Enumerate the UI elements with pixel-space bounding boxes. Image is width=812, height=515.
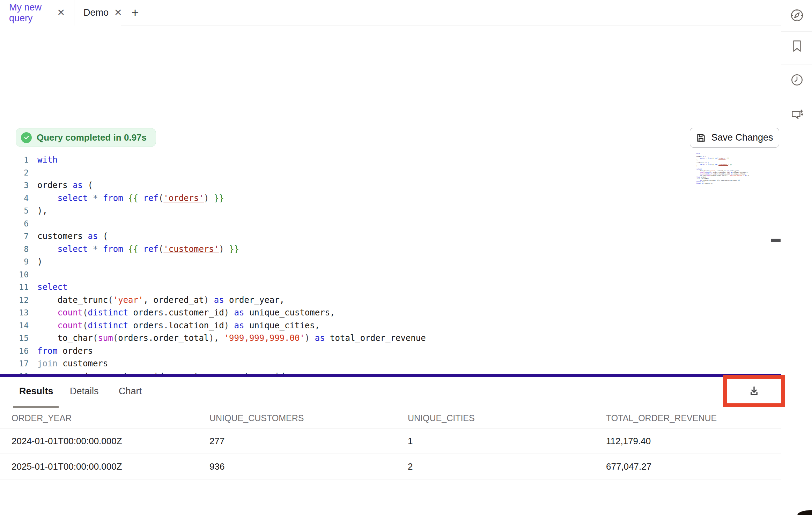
minimap[interactable]: with orders as ( select * from {{ ref('o… [696, 153, 749, 184]
code-line [37, 217, 700, 230]
tab-details[interactable]: Details [70, 386, 99, 397]
code-line: order by 1ORDER_ID [696, 183, 749, 185]
minimap-code: with orders as ( select * from {{ ref('o… [696, 153, 749, 184]
code-line: customers as ( [37, 230, 700, 243]
editor-tab-bar: My new query ✕ Demo ✕ + [0, 0, 781, 25]
bookmark-icon [790, 39, 804, 53]
code-line: ), [37, 204, 700, 217]
tab-results[interactable]: Results [19, 386, 53, 397]
tab-label: Demo [83, 7, 109, 18]
column-header: ORDER_YEAR [12, 413, 209, 423]
table-header-row: ORDER_YEARUNIQUE_CUSTOMERSUNIQUE_CITIEST… [0, 408, 781, 428]
close-icon[interactable]: ✕ [57, 8, 65, 17]
code-line: count(distinct orders.customer_id) as un… [37, 306, 700, 319]
table-cell: 2025-01-01T00:00:00.000Z [12, 461, 209, 472]
code-line: select * from {{ ref('customers') }} [37, 243, 700, 256]
rail-divider [781, 65, 812, 65]
app-window: My new query ✕ Demo ✕ + MS Your query [0, 0, 812, 515]
tab-chart[interactable]: Chart [119, 386, 142, 397]
query-status-badge: Query completed in 0.97s [16, 128, 156, 147]
table-cell: 277 [209, 436, 408, 447]
code-line [37, 166, 700, 179]
table-cell: 677,047.27 [606, 461, 781, 472]
code-line: with [37, 154, 700, 166]
download-results-button[interactable] [727, 379, 781, 403]
red-highlight-annotation [723, 375, 785, 407]
download-icon [748, 385, 760, 397]
code-lines[interactable]: with orders as ( select * from {{ ref('o… [37, 154, 700, 408]
code-line: to_char(sum(orders.order_total), '999,99… [37, 332, 700, 345]
check-circle-icon [21, 132, 32, 143]
rail-divider [781, 131, 812, 131]
compass-icon [790, 8, 804, 23]
history-panel-button[interactable] [789, 72, 805, 88]
code-line: orders as ( [37, 179, 700, 192]
editor-scrollbar-thumb[interactable] [771, 239, 781, 242]
column-header: TOTAL_ORDER_REVENUE [606, 413, 781, 423]
sql-editor[interactable]: Query completed in 0.97s Save Changes 12… [0, 59, 781, 374]
rail-divider [781, 31, 812, 32]
code-line: count(distinct orders.location_id) as un… [37, 319, 700, 332]
save-changes-button[interactable]: Save Changes [690, 128, 779, 148]
tab-demo[interactable]: Demo ✕ [74, 0, 121, 25]
table-cell: 1 [408, 436, 606, 447]
query-header: MS Your query Develop Run [0, 25, 781, 59]
results-table: ORDER_YEARUNIQUE_CUSTOMERSUNIQUE_CITIEST… [0, 408, 781, 479]
save-icon [696, 133, 706, 143]
table-cell: 936 [209, 461, 408, 472]
table-row[interactable]: 2024-01-01T00:00:00.000Z2771112,179.40 [0, 428, 781, 454]
right-sidebar-rail [781, 0, 812, 515]
table-cell: 2 [408, 461, 606, 472]
code-line: select [37, 281, 700, 294]
bookmarks-button[interactable] [789, 38, 805, 54]
results-tab-bar: Results Details Chart [0, 377, 781, 408]
code-line [37, 268, 700, 281]
explore-button[interactable] [789, 8, 805, 23]
code-line: from orders [37, 345, 700, 358]
clock-icon [790, 73, 804, 87]
column-header: UNIQUE_CUSTOMERS [209, 413, 408, 423]
tab-label: My new query [9, 2, 51, 24]
new-tab-button[interactable]: + [121, 0, 149, 25]
panel-splitter[interactable] [0, 374, 781, 377]
status-message: Query completed in 0.97s [37, 132, 147, 143]
code-line: select * from {{ ref('orders') }} [37, 192, 700, 205]
table-cell: 2024-01-01T00:00:00.000Z [12, 436, 209, 447]
save-label: Save Changes [711, 132, 773, 143]
chat-sparkle-icon [790, 107, 804, 122]
table-row[interactable]: 2025-01-01T00:00:00.000Z9362677,047.27 [0, 454, 781, 479]
ai-chat-button[interactable] [789, 107, 805, 122]
rail-divider [781, 98, 812, 98]
table-cell: 112,179.40 [606, 436, 781, 447]
tab-my-new-query[interactable]: My new query ✕ [0, 0, 74, 25]
column-header: UNIQUE_CITIES [408, 413, 606, 423]
code-line: join customers [37, 357, 700, 370]
code-line: ) [37, 255, 700, 268]
code-line: date_trunc('year', ordered_at) as order_… [37, 294, 700, 307]
code-gutter: 1234567891011121314151617181920 [10, 154, 29, 408]
